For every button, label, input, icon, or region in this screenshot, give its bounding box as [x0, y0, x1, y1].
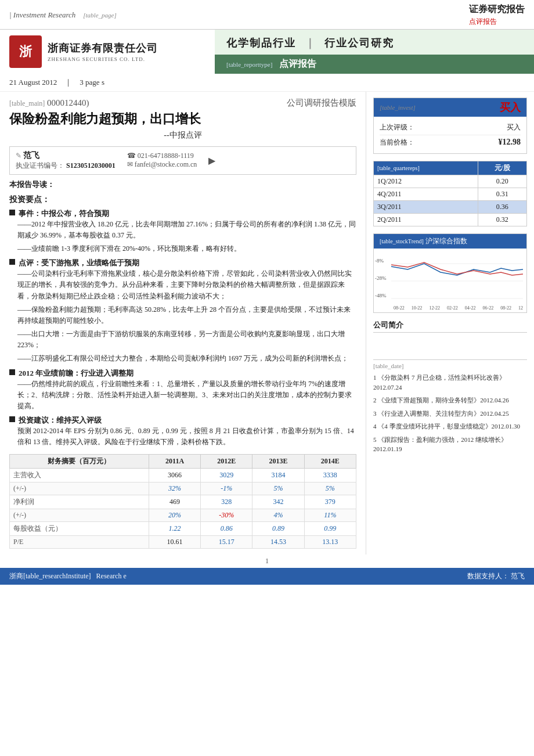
dash-3-1: ——仍然维持此前的观点，行业前瞻性来看：1、总量增长，产量以及质量的增长带动行业…: [9, 379, 356, 412]
revenue-2014: 3338: [304, 468, 356, 482]
analyst-name: 范飞: [23, 151, 39, 160]
eps-val-4: 0.32: [478, 214, 526, 226]
footer-left-text: 浙商[table_researchInstitute]: [9, 572, 91, 580]
report-template-label: 公司调研报告模版: [287, 98, 356, 109]
logo-text: 浙商证券有限责任公司 ZHESHANG SECURITIES CO. LTD.: [48, 41, 158, 62]
company-name-en: ZHESHANG SECURITIES CO. LTD.: [48, 56, 158, 62]
x-label-8: 12: [518, 305, 523, 311]
header-left: | Investment Research [table_page]: [9, 10, 117, 20]
date-separator: ｜: [64, 78, 72, 87]
related-report-4: 4 《4 季度业绩环比持平，彰显业绩稳定》2012.01.30: [373, 422, 527, 431]
investment-points-title: 投资要点：: [9, 195, 356, 205]
report-guide-arrow: ▶: [208, 155, 215, 166]
report-type-label: 点评报告: [279, 59, 316, 69]
eps-row-2: 4Q/2011 0.31: [374, 188, 527, 201]
eps-tag: [table_quartereps]: [374, 161, 478, 175]
x-label-1: 08-22: [394, 305, 405, 311]
analyst-contact-block: ☎ 021-64718888-1119 ✉ fanfei@stocke.com.…: [127, 152, 197, 169]
eps-table: [table_quartereps] 元/股 1Q/2012 0.20 4Q/2…: [373, 161, 527, 226]
report-guide: 本报告导读：: [9, 179, 356, 190]
left-column: [table_main] 000012440) 公司调研报告模版 保险粉盈利能力…: [0, 92, 366, 555]
industry-section: 化学制品行业 ｜ 行业公司研究 [table_reporttype] 点评报告: [215, 30, 534, 74]
dash-1-1: ——2012 年中报营业收入 18.20 亿元，比去年同期增加 27.16%；归…: [9, 219, 356, 241]
bullet-square-icon: [9, 210, 15, 215]
eps-2014: 0.99: [304, 521, 356, 535]
bullet-items-container: 事件：中报公布，符合预期 ——2012 年中报营业收入 18.20 亿元，比去年…: [9, 208, 356, 448]
bullet-title-3: 2012 年业绩前瞻：行业进入调整期: [9, 368, 356, 379]
report-text-5: 《跟踪报告：盈利能力强劲，2012 继续增长》2012.01.19: [373, 436, 507, 453]
eps-period-3: 3Q/2011: [374, 201, 478, 214]
bullet-title-2: 点评：受下游拖累，业绩略低于预期: [9, 258, 356, 268]
analyst-box: ✎ 范飞 执业证书编号： S1230512030001 ☎ 021-647188…: [9, 146, 356, 175]
report-text-2: 《业绩下滑超预期，期待业务转型》2012.04.26: [378, 397, 509, 404]
page-count: 3 page s: [80, 78, 104, 87]
report-type-bar: [table_reporttype] 点评报告: [215, 55, 534, 74]
row-label-pe: P/E: [10, 535, 149, 548]
eps-row-4: 2Q/2011 0.32: [374, 214, 527, 226]
rating-header: [table_invest] 买入: [374, 98, 526, 117]
analyst-email: ✉ fanfei@stocke.com.cn: [127, 160, 197, 169]
prev-rating-row: 上次评级： 买入: [380, 120, 521, 135]
pe-2013: 14.53: [252, 535, 304, 548]
subtitle: --中报点评: [9, 130, 356, 141]
chart-x-labels: 08-22 10-22 12-22 02-22 04-22 06-22 08-2…: [394, 305, 523, 311]
analyst-phone: ☎ 021-64718888-1119: [127, 152, 197, 160]
eps-row-1: 1Q/2012 0.20: [374, 175, 527, 188]
profit-2011: 469: [149, 495, 200, 509]
company-intro-title: 公司简介: [373, 320, 527, 333]
report-text-1: 《分散染料 7 月已企稳，活性染料环比改善》2012.07.24: [373, 374, 506, 391]
report-title-cn: 证券研究报告: [469, 4, 525, 14]
pe-2014: 13.13: [304, 535, 356, 548]
footer-right-block: 数据支持人： 范飞: [467, 571, 525, 581]
revenue-2013: 3184: [252, 468, 304, 482]
dash-2-2: ——保险粉盈利能力超预期；毛利率高达 50.28%，比去年上升 28 个百分点，…: [9, 304, 356, 326]
trend-chart-svg: [391, 252, 523, 304]
y-label-2: -28%: [375, 275, 387, 281]
logo-section: 浙 浙商证券有限责任公司 ZHESHANG SECURITIES CO. LTD…: [0, 30, 215, 74]
profit-2012: 328: [201, 495, 252, 509]
report-num-3: 3: [373, 410, 377, 417]
table-page-tag: [table_page]: [83, 12, 116, 19]
x-label-6: 06-22: [483, 305, 494, 311]
report-date: 21 August 2012: [9, 78, 57, 87]
current-price: ¥12.98: [499, 138, 521, 147]
row-label-revenue-pct: (+/-): [10, 482, 149, 495]
separator-icon: ｜: [305, 37, 316, 49]
industry-name: 化学制品行业: [226, 37, 296, 49]
right-column: [table_invest] 买入 上次评级： 买入 当前价格： ¥12.98: [366, 92, 534, 555]
page-number: 1: [0, 555, 534, 568]
bullet-item-2: 点评：受下游拖累，业绩略低于预期 ——公司染料行业毛利率下滑拖累业绩，核心是分散…: [9, 258, 356, 365]
main-content: [table_main] 000012440) 公司调研报告模版 保险粉盈利能力…: [0, 92, 534, 555]
pe-2012: 15.17: [201, 535, 252, 548]
report-num-2: 2: [373, 397, 377, 404]
bullet-item-1: 事件：中报公布，符合预期 ——2012 年中报营业收入 18.20 亿元，比去年…: [9, 208, 356, 255]
dash-1-2: ——业绩前瞻 1-3 季度利润下滑在 20%-40%，环比预期来看，略有好转。: [9, 243, 356, 254]
table-row: 每股收益（元） 1.22 0.86 0.89 0.99: [10, 521, 356, 535]
company-name-cn: 浙商证券有限责任公司: [48, 41, 158, 55]
chart-y-labels: -8% -28% -48%: [374, 252, 387, 304]
eps-2012: 0.86: [201, 521, 252, 535]
chart-body: -8% -28% -48%: [374, 249, 526, 312]
company-intro-content: [373, 336, 527, 354]
report-num-5: 5: [373, 436, 377, 443]
eps-val-1: 0.20: [478, 175, 526, 188]
chart-container: [table_stockTrend] 沪深综合指数 -8% -28% -48%: [373, 233, 527, 313]
industry-sub: 行业公司研究: [324, 37, 394, 49]
investment-label: | Investment Research: [9, 10, 75, 19]
report-type-tag: [table_reporttype]: [226, 61, 272, 68]
table-row: P/E 10.61 15.17 14.53 13.13: [10, 535, 356, 548]
footer-right-text: Research e: [96, 572, 127, 580]
row-label-eps: 每股收益（元）: [10, 521, 149, 535]
rating-tag: [table_invest]: [380, 104, 416, 111]
row-label-profit: 净利润: [10, 495, 149, 509]
fin-col-2012: 2012E: [201, 454, 252, 468]
table-row: (+/-) 20% -30% 4% 11%: [10, 509, 356, 521]
profit-pct-2012: -30%: [201, 509, 252, 521]
date-bar: 21 August 2012 ｜ 3 page s: [0, 74, 534, 92]
y-label-1: -8%: [375, 258, 387, 264]
related-report-5: 5 《跟踪报告：盈利能力强劲，2012 继续增长》2012.01.19: [373, 435, 527, 454]
fin-col-header-label: 财务摘要（百万元）: [10, 454, 149, 468]
x-label-4: 02-22: [447, 305, 458, 311]
logo-box: 浙 浙商证券有限责任公司 ZHESHANG SECURITIES CO. LTD…: [9, 35, 205, 68]
profit-pct-2011: 20%: [149, 509, 200, 521]
